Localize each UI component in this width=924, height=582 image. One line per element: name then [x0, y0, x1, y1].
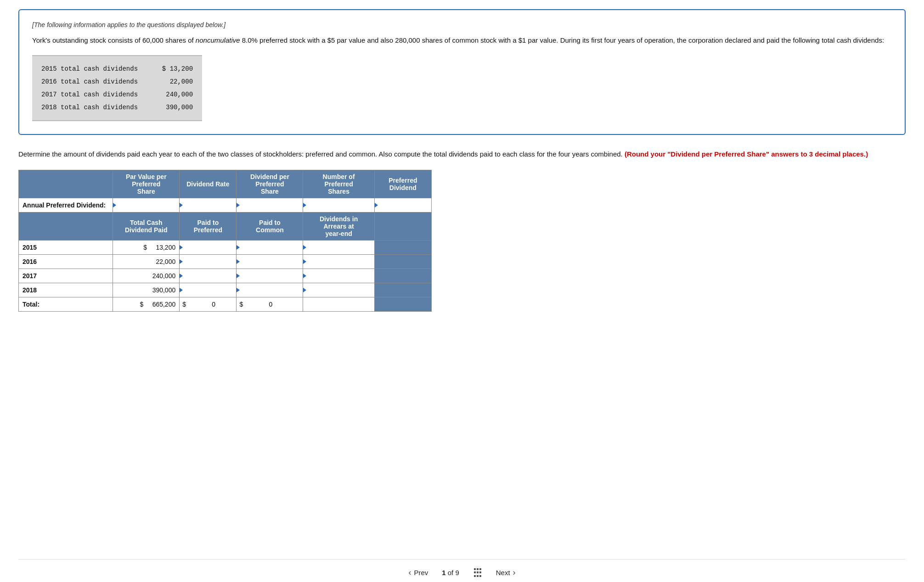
bottom-nav: ‹ Prev 1 of 9 Next › [18, 559, 906, 582]
annual-par-value-input[interactable] [118, 198, 179, 212]
header-preferred-dividend: PreferredDividend [374, 170, 431, 198]
year-2015-paid-common-input[interactable] [242, 241, 303, 254]
header-empty-3 [374, 213, 431, 241]
year-2016-paid-preferred-cell[interactable] [180, 255, 237, 269]
year-2015-total-cash: $ 13,200 [113, 241, 180, 255]
dividend-rate-triangle [180, 203, 183, 207]
question-highlight: (Round your "Dividend per Preferred Shar… [625, 150, 868, 158]
year-2018-paid-common-cell[interactable] [237, 283, 303, 297]
total-blue-cell [374, 297, 431, 312]
header-dividend-rate: Dividend Rate [180, 170, 237, 198]
dividend-row-2017: 2017 total cash dividends 240,000 [41, 88, 193, 101]
year-2017-arrears-cell[interactable] [303, 269, 374, 283]
dividend-label-2015: 2015 total cash dividends [41, 62, 138, 75]
annual-preferred-dividend-input[interactable] [380, 198, 431, 212]
annual-num-shares-input[interactable] [308, 198, 374, 212]
year-2018-arrears-input[interactable] [308, 283, 374, 297]
year-2016-paid-common-cell[interactable] [237, 255, 303, 269]
tri-2017-paid-preferred [180, 274, 183, 278]
year-2018-paid-common-input[interactable] [242, 283, 303, 297]
info-text: York's outstanding stock consists of 60,… [32, 35, 892, 46]
page-wrapper: [The following information applies to th… [0, 0, 924, 582]
year-2017-blue-cell [374, 269, 431, 283]
year-2016-paid-common-input[interactable] [242, 255, 303, 269]
row-2018: 2018 390,000 [19, 283, 432, 297]
annual-dividend-per-share-input[interactable] [242, 198, 303, 212]
year-2015-arrears-input[interactable] [308, 241, 374, 254]
year-2018-paid-preferred-input[interactable] [185, 283, 236, 297]
dividend-value-2016: 22,000 [156, 75, 193, 88]
header-paid-common: Paid toCommon [237, 213, 303, 241]
info-box-header: [The following information applies to th… [32, 21, 892, 28]
dividend-value-2017: 240,000 [156, 88, 193, 101]
annual-label: Annual Preferred Dividend: [19, 198, 113, 213]
total-label: Total: [19, 297, 113, 312]
row-total: Total: $ 665,200 $ $ [19, 297, 432, 312]
total-paid-common: $ [237, 297, 303, 312]
grid-dot-6 [479, 571, 481, 573]
tri-2018-paid-preferred [180, 288, 183, 292]
year-2017-paid-preferred-cell[interactable] [180, 269, 237, 283]
tri-2015-paid-common [237, 245, 240, 250]
year-2017-paid-common-cell[interactable] [237, 269, 303, 283]
grid-dot-2 [477, 568, 479, 570]
page-current: 1 [442, 569, 445, 576]
year-2017-paid-preferred-input[interactable] [185, 269, 236, 283]
dividend-data-table: 2015 total cash dividends $ 13,200 2016 … [32, 55, 202, 121]
dividend-row-2015: 2015 total cash dividends $ 13,200 [41, 62, 193, 75]
annual-preferred-dividend-input-cell[interactable] [374, 198, 431, 213]
next-label: Next [496, 569, 510, 576]
num-shares-triangle [303, 203, 306, 207]
row-2017: 2017 240,000 [19, 269, 432, 283]
header-row-1: Par Value perPreferredShare Dividend Rat… [19, 170, 432, 198]
year-2016-paid-preferred-input[interactable] [185, 255, 236, 269]
header-dividend-per-share: Dividend perPreferredShare [237, 170, 303, 198]
year-2018-arrears-cell[interactable] [303, 283, 374, 297]
tri-2017-arrears [303, 274, 306, 278]
header-row-2: Total CashDividend Paid Paid toPreferred… [19, 213, 432, 241]
grid-dot-9 [479, 575, 481, 577]
year-2018-paid-preferred-cell[interactable] [180, 283, 237, 297]
answer-table-wrap: Par Value perPreferredShare Dividend Rat… [18, 170, 906, 545]
par-value-triangle [113, 203, 116, 207]
annual-dividend-per-share-input-cell[interactable] [237, 198, 303, 213]
page-info: 1 of 9 [442, 569, 459, 576]
answer-table: Par Value perPreferredShare Dividend Rat… [18, 170, 432, 312]
info-box: [The following information applies to th… [18, 9, 906, 135]
total-arrears-cell[interactable] [303, 297, 374, 312]
question-body: Determine the amount of dividends paid e… [18, 150, 625, 158]
year-2018-blue-cell [374, 283, 431, 297]
year-2016-arrears-cell[interactable] [303, 255, 374, 269]
grid-dot-7 [474, 575, 476, 577]
year-2016-arrears-input[interactable] [308, 255, 374, 269]
dividend-row-2016: 2016 total cash dividends 22,000 [41, 75, 193, 88]
year-2015-paid-preferred-input[interactable] [185, 241, 236, 254]
tri-2015-paid-preferred [180, 245, 183, 250]
year-2015-arrears-cell[interactable] [303, 241, 374, 255]
next-button[interactable]: Next › [496, 568, 516, 577]
header-arrears: Dividends inArrears atyear-end [303, 213, 374, 241]
dividend-label-2016: 2016 total cash dividends [41, 75, 138, 88]
prev-button[interactable]: ‹ Prev [408, 568, 428, 577]
year-2017-paid-common-input[interactable] [242, 269, 303, 283]
year-2017-total-cash: 240,000 [113, 269, 180, 283]
year-2015-label: 2015 [19, 241, 113, 255]
total-arrears-input[interactable] [303, 297, 374, 311]
annual-num-shares-input-cell[interactable] [303, 198, 374, 213]
annual-dividend-rate-input-cell[interactable] [180, 198, 237, 213]
annual-par-value-input-cell[interactable] [113, 198, 180, 213]
total-paid-preferred-input[interactable] [188, 301, 215, 308]
header-total-cash: Total CashDividend Paid [113, 213, 180, 241]
tri-2018-paid-common [237, 288, 240, 292]
year-2017-arrears-input[interactable] [308, 269, 374, 283]
row-2015: 2015 $ 13,200 [19, 241, 432, 255]
tri-2016-paid-preferred [180, 259, 183, 264]
year-2015-paid-common-cell[interactable] [237, 241, 303, 255]
grid-dot-1 [474, 568, 476, 570]
total-paid-common-input[interactable] [245, 301, 272, 308]
grid-dot-4 [474, 571, 476, 573]
year-2016-total-cash: 22,000 [113, 255, 180, 269]
year-2016-blue-cell [374, 255, 431, 269]
annual-dividend-rate-input[interactable] [185, 198, 236, 212]
year-2015-paid-preferred-cell[interactable] [180, 241, 237, 255]
